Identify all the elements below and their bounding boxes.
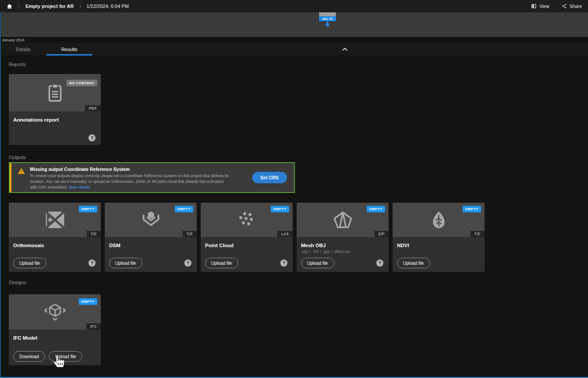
card-title: IFC Model [13,335,96,341]
timeline-strip[interactable] [0,12,588,37]
help-icon[interactable]: ? [184,259,191,267]
upload-file-button[interactable]: Upload file [109,258,142,268]
help-icon[interactable]: ? [88,259,96,267]
share-icon [562,4,567,9]
upload-file-button[interactable]: Upload file [13,258,46,268]
point-cloud-icon [237,211,257,229]
card-thumbnail: EMPTY IFC [9,294,101,330]
download-button[interactable]: Download [13,351,45,362]
breadcrumb-date[interactable]: 1/22/2024, 6:04 PM [87,4,129,9]
tab-results[interactable]: Results [46,43,92,56]
empty-badge: EMPTY [79,206,97,212]
card-title: Orthomosaic [13,243,96,248]
tif-file-tag: TIF [183,231,197,237]
upload-file-button[interactable]: Upload file [205,258,238,268]
card-orthomosaic[interactable]: EMPTY TIF Orthomosaic Upload file ? [9,203,101,272]
warning-text-line3: with CRS embedded. More details. [30,185,229,190]
upload-file-button[interactable]: Upload file [49,351,82,362]
pdf-file-tag: PDF [85,105,101,111]
tif-file-tag: TIF [470,231,485,237]
help-icon[interactable]: ? [280,259,287,267]
annotations-report-card[interactable]: NO CONTENT PDF Annotations report ? [9,74,101,145]
dsm-icon [141,211,161,229]
breadcrumb: Empty project for AR 1/22/2024, 6:04 PM [6,3,129,10]
upload-file-button[interactable]: Upload file [301,258,334,268]
warning-icon [18,167,25,192]
collapse-panel-button[interactable] [339,45,350,54]
view-icon [531,4,537,9]
top-bar: Empty project for AR 1/22/2024, 6:04 PM … [0,0,588,12]
card-thumbnail: EMPTY LAS [201,203,293,237]
outputs-cards-row: EMPTY TIF Orthomosaic Upload file ? EMPT… [9,203,485,272]
share-button[interactable]: Share [562,4,582,9]
card-thumbnail: EMPTY TIF [9,203,101,237]
tab-details[interactable]: Details [0,43,46,56]
warning-accent-bar [10,163,11,192]
upload-file-button[interactable]: Upload file [397,258,430,268]
card-ndvi[interactable]: EMPTY TIF NDVI Upload file [393,203,485,272]
warning-title: Missing output Coordinate Reference Syst… [30,167,229,172]
card-thumbnail: EMPTY ZIP [297,203,389,237]
tif-file-tag: TIF [87,231,101,237]
empty-badge: EMPTY [271,206,289,212]
flight-date-badge: Jan 22 [319,16,336,21]
no-content-badge: NO CONTENT [66,80,97,86]
card-title: DSM [109,243,192,248]
set-crs-button[interactable]: Set CRS [252,172,287,183]
mesh-formats-subtitle: .obj + .mtl + .jpg + offset.xyz [301,249,384,254]
empty-badge: EMPTY [463,206,481,212]
card-title: Mesh OBJ [301,243,384,248]
card-title: NDVI [397,243,480,248]
view-button[interactable]: View [531,4,549,9]
section-designs-label: Designs [9,280,26,285]
crs-warning-banner: Missing output Coordinate Reference Syst… [9,162,295,193]
card-thumbnail: EMPTY TIF [393,203,485,237]
report-card-thumbnail: NO CONTENT PDF [9,74,101,111]
card-mesh-obj[interactable]: EMPTY ZIP Mesh OBJ .obj + .mtl + .jpg + … [297,203,389,272]
help-icon[interactable]: ? [88,134,96,141]
chevron-right-icon [78,4,82,8]
month-label: January 2024 [0,38,588,43]
ndvi-leaf-icon [430,211,447,229]
divider [19,3,19,10]
section-reports-label: Reports [9,62,26,67]
focus-border-left [0,12,1,378]
card-thumbnail: EMPTY TIF [105,203,197,237]
card-title: Point Cloud [205,243,288,248]
card-point-cloud[interactable]: EMPTY LAS Point Cloud Upload file ? [201,203,293,272]
card-dsm[interactable]: EMPTY TIF DSM Upload file ? [105,203,197,272]
breadcrumb-project[interactable]: Empty project for AR [26,4,74,9]
section-outputs-label: Outputs [9,155,26,160]
warning-text-line1: To ensure your outputs display correctly… [30,173,229,179]
mesh-icon [333,211,353,229]
empty-badge: EMPTY [367,206,385,212]
ifc-file-tag: IFC [86,323,101,330]
more-details-link[interactable]: More details. [68,185,91,189]
empty-badge: EMPTY [79,298,97,305]
report-icon [46,83,64,103]
card-title: Annotations report [13,117,96,122]
ifc-cube-icon [44,303,66,321]
warning-text-line2: location. You can set it manually; or up… [30,179,229,185]
timeline-marker-dot[interactable] [326,23,329,26]
tab-bar: Details Results [0,43,588,56]
orthomosaic-icon [45,211,65,229]
zip-file-tag: ZIP [375,231,389,237]
las-file-tag: LAS [277,231,293,237]
help-icon[interactable]: ? [376,259,383,267]
card-ifc-model[interactable]: EMPTY IFC IFC Model Download Upload file [9,294,101,365]
empty-badge: EMPTY [175,206,193,212]
chevron-up-icon [342,48,348,51]
home-icon[interactable] [6,3,13,10]
